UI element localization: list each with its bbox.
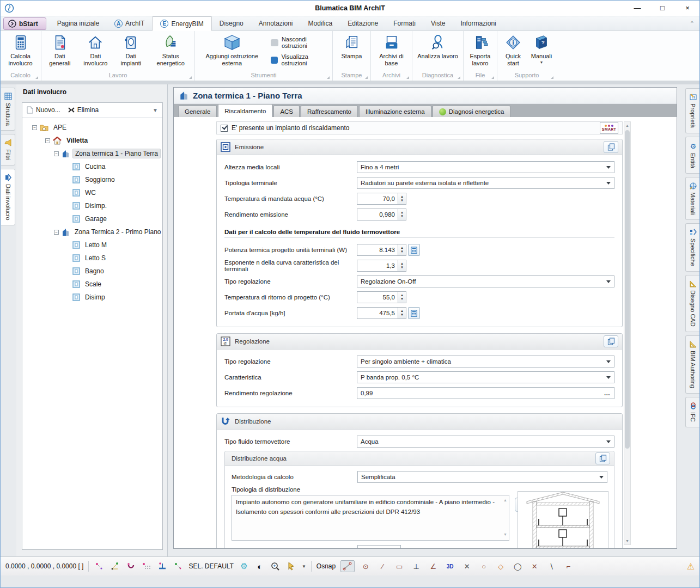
osnap-angle-icon[interactable]: ∠ [427,562,439,571]
spinner-buttons[interactable]: ▲▼ [398,244,406,256]
tab-viste[interactable]: Viste [423,16,453,30]
settings-gear-icon[interactable]: ⚙ [239,561,249,572]
group-expand-icon[interactable] [35,76,38,79]
manuali-dropdown-icon[interactable]: ▼ [540,60,544,65]
temperatura-mandata-input[interactable]: 70,0 [357,193,398,205]
selection-mode-label[interactable]: SEL. DEFAULT [188,562,233,570]
osnap-extension-icon[interactable]: ∖ [545,562,557,571]
potenza-termica-input[interactable]: 8.143 [357,244,398,256]
tab-proprieta[interactable]: Proprietà [685,88,700,133]
osnap-line-toggle[interactable] [340,560,355,572]
osnap-pipe-icon[interactable]: ⌐ [562,562,574,571]
tree-item[interactable]: − Villetta [22,134,162,147]
bstart-button[interactable]: bStart [3,17,46,30]
entity-snap-icon[interactable] [94,561,105,572]
osnap-quadrant-icon[interactable]: ◇ [495,562,507,571]
stampa-button[interactable]: Stampa [336,33,368,61]
tree-item[interactable]: − APE [22,121,162,134]
tab-disegno[interactable]: Disegno [212,16,251,30]
quick-start-button[interactable]: i Quick start [499,33,527,68]
temperature-progetto-select[interactable]: 80/60 [357,545,401,548]
tab-struttura[interactable]: Struttura [1,88,15,131]
caratteristica-select[interactable]: P banda prop. 0,5 °C [357,371,614,383]
osnap-3d-icon[interactable]: 3D [444,564,456,569]
group-expand-icon[interactable] [551,76,553,79]
polar-snap-icon[interactable] [109,561,120,572]
tab-filtri[interactable]: Filtri [1,134,15,166]
tab-modifica[interactable]: Modifica [301,16,340,30]
tree-expander[interactable]: − [54,151,59,156]
grid-snap-icon[interactable] [141,561,152,572]
copy-regolazione-button[interactable] [604,335,618,347]
tree-item[interactable]: Letto S [22,252,162,265]
manuali-button[interactable]: ? Manuali ▼ [528,33,555,66]
osnap-point-icon[interactable]: ○ [478,562,490,571]
tab-archit[interactable]: A ArchIT [107,16,152,30]
ortho-snap-icon[interactable] [157,561,168,572]
scrollbar-up-icon[interactable]: ▲ [625,122,629,129]
dati-involucro-button[interactable]: Dati involucro [78,33,114,68]
tree-item[interactable]: Scale [22,278,162,291]
esporta-lavoro-button[interactable]: Esporta lavoro [465,33,495,68]
tree-item[interactable]: Cucina [22,160,162,173]
altezza-media-locali-select[interactable]: Fino a 4 metri [357,161,614,173]
spinner-buttons[interactable]: ▲▼ [398,307,406,319]
cursor-dropdown-icon[interactable]: ▼ [302,564,306,569]
tree-item[interactable]: WC [22,186,162,199]
zoom-window-icon[interactable] [270,561,281,572]
tipologia-terminale-select[interactable]: Radiatori su parete esterna isolata e ri… [357,177,614,189]
nascondi-ostruzioni-button[interactable]: Nascondi ostruzioni [271,36,328,49]
rendimento-emissione-input[interactable]: 0,980 [357,209,398,220]
warning-icon[interactable]: ⚠ [687,561,695,572]
tree-item[interactable]: Soggiorno [22,173,162,186]
tab-specifiche[interactable]: Specifiche [685,223,700,272]
rendimento-regolazione-input[interactable]: 0,99… [357,387,614,399]
tree-item[interactable]: Bagno [22,265,162,278]
tree-expander[interactable]: − [32,125,37,130]
tab-annotazioni[interactable]: Annotazioni [251,16,301,30]
spinner-buttons[interactable]: ▲▼ [398,209,406,220]
scrollbar-thumb[interactable] [625,130,630,449]
group-expand-icon[interactable] [406,76,409,79]
calculate-button[interactable] [408,307,420,319]
collapse-ribbon-icon[interactable]: ⌃ [690,20,695,27]
magnet-snap-icon[interactable] [125,561,136,572]
osnap-circle-icon[interactable]: ◯ [512,562,524,571]
smart-button[interactable]: SMART [600,122,618,134]
new-button[interactable]: Nuovo... [27,106,60,114]
calcola-involucro-button[interactable]: Calcola involucro [2,33,39,68]
ellipsis-button[interactable]: … [604,390,611,396]
selection-cursor-icon[interactable] [286,561,297,572]
group-expand-icon[interactable] [189,76,192,79]
archivi-di-base-button[interactable]: Archivi di base [373,33,410,68]
tab-raffrescamento[interactable]: Raffrescamento [301,106,358,117]
spinner-buttons[interactable]: ▲▼ [398,291,406,303]
scrollbar-down-icon[interactable]: ▼ [625,537,629,544]
tab-generale[interactable]: Generale [178,106,217,117]
tab-illuminazione-esterna[interactable]: Illuminazione esterna [359,106,431,117]
tab-pagina-iniziale[interactable]: Pagina iniziale [50,16,107,30]
tree-toolbar-dropdown-icon[interactable]: ▼ [153,107,158,113]
maximize-button[interactable]: □ [650,0,675,16]
tab-informazioni[interactable]: Informazioni [453,16,503,30]
dati-impianti-button[interactable]: Dati impianti [114,33,147,68]
status-energetico-button[interactable]: Status energetico [149,33,193,68]
tab-materiali[interactable]: Materiali [685,177,700,220]
calculate-button[interactable] [408,244,420,256]
vertical-scrollbar[interactable]: ▲ ▼ [624,121,631,545]
tab-formati[interactable]: Formati [386,16,423,30]
tree-item[interactable]: Garage [22,212,162,225]
spinner-buttons[interactable]: ▲▼ [398,193,406,205]
tab-diagnosi-energetica[interactable]: Diagnosi energetica [433,106,511,117]
tab-acs[interactable]: ACS [273,106,300,117]
tab-disegno-cad[interactable]: Disegno CAD [685,275,700,332]
tab-riscaldamento[interactable]: Riscaldamento [218,104,272,117]
tree-item[interactable]: Letto M [22,238,162,252]
tree-item[interactable]: Disimp. [22,199,162,212]
tab-dati-involucro[interactable]: Dati involucro [1,169,15,225]
tipo-regolazione-select[interactable]: Per singolo ambiente + climatica [357,356,614,367]
close-button[interactable]: × [675,0,700,16]
metodologia-calcolo-select[interactable]: Semplificata [357,471,607,483]
group-expand-icon[interactable] [365,76,368,79]
tab-bim-authoring[interactable]: BIM Authoring [685,335,700,394]
